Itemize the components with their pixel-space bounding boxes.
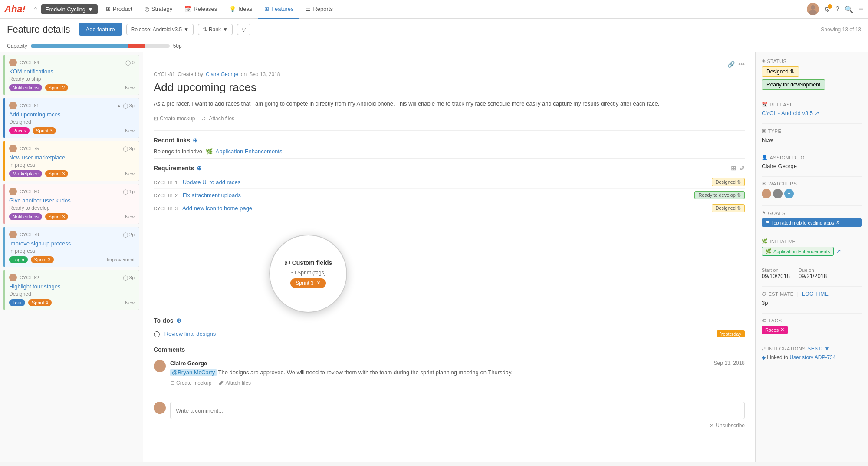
card-status: Designed [9, 119, 135, 125]
req-expand-icon[interactable]: ⤢ [740, 165, 745, 172]
card-sprint-tag[interactable]: Sprint 3 [45, 213, 69, 220]
card-title[interactable]: Add upcoming races [9, 111, 135, 118]
card-title[interactable]: Improve sign-up process [9, 240, 135, 247]
remove-goal-icon[interactable]: ✕ [836, 220, 840, 225]
nav-item-features[interactable]: ⊞ Features [258, 0, 299, 19]
req-grid-icon[interactable]: ⊞ [731, 165, 736, 172]
card-title[interactable]: Highlight tour stages [9, 283, 135, 290]
add-icon[interactable]: + [858, 4, 864, 14]
req-status-2[interactable]: Ready to develop ⇅ [694, 191, 745, 199]
search-icon[interactable]: 🔍 [845, 5, 853, 13]
req-status-3[interactable]: Designed ⇅ [712, 204, 745, 212]
feature-card-cycl-79[interactable]: CYCL-79 ◯ 2p Improve sign-up process In … [3, 227, 139, 267]
card-sprint-tag[interactable]: Sprint 3 [33, 127, 56, 134]
mention[interactable]: @Bryan McCarty [170, 369, 217, 376]
card-tag[interactable]: Notifications [9, 213, 42, 220]
card-footer: Notifications Sprint 3 New [9, 213, 135, 220]
req-title-1[interactable]: Update UI to add races [183, 179, 241, 185]
attach-files-button[interactable]: 🖇 Attach files [202, 116, 234, 122]
req-title-3[interactable]: Add new icon to home page [182, 205, 252, 212]
start-value[interactable]: 09/10/2018 [762, 273, 790, 279]
add-record-link-icon[interactable]: ⊕ [193, 137, 198, 144]
integrations-label: ⇄ Integrations Send ▼ [762, 346, 862, 352]
help-icon[interactable]: ? [835, 5, 839, 13]
card-title[interactable]: New user marketplace [9, 154, 135, 161]
comment-attach-files[interactable]: 🖇 Attach files [218, 380, 251, 386]
feature-card-cycl-81[interactable]: CYCL-81 ▲ ◯ 3p Add upcoming races Design… [3, 98, 139, 138]
card-tag[interactable]: Races [9, 127, 30, 134]
card-tag[interactable]: Notifications [9, 84, 42, 91]
divider-9 [762, 313, 862, 314]
comment-input[interactable] [170, 402, 745, 419]
chevron-down-icon2: ▼ [223, 26, 228, 33]
add-requirement-icon[interactable]: ⊕ [197, 165, 202, 172]
card-id: CYCL-80 [20, 189, 39, 194]
nav-item-product[interactable]: ⊞ Product [100, 0, 138, 19]
initiative-external-icon[interactable]: ↗ [836, 248, 841, 254]
card-sprint-tag[interactable]: Sprint 3 [31, 256, 54, 263]
svg-point-15 [156, 367, 164, 372]
feature-card-cycl-82[interactable]: CYCL-82 ◯ 3p Highlight tour stages Desig… [3, 270, 139, 310]
release-link[interactable]: CYCL - Android v3.5 ↗ [762, 110, 862, 116]
due-label: Due on [799, 268, 827, 273]
comment-create-mockup[interactable]: ⊡ Create mockup [170, 380, 211, 386]
record-links-label: Record links [154, 137, 190, 144]
nav-item-ideas[interactable]: 💡 Ideas [223, 0, 258, 19]
add-todo-icon[interactable]: ⊕ [176, 317, 181, 324]
send-link[interactable]: Send ▼ [807, 346, 830, 352]
status-designed-button[interactable]: Designed ⇅ [762, 66, 799, 77]
todo-title-1[interactable]: Review final designs [164, 330, 216, 337]
req-title-2[interactable]: Fix attachment uploads [183, 192, 241, 198]
sort-icon: ⇅ [203, 26, 207, 33]
more-icon[interactable]: ••• [738, 61, 745, 68]
card-sprint-tag[interactable]: Sprint 4 [28, 299, 52, 306]
comment-text: @Bryan McCarty The designs are approved.… [170, 368, 745, 377]
card-tag[interactable]: Marketplace [9, 170, 42, 177]
integration-link[interactable]: User story ADP-734 [789, 354, 835, 360]
svg-point-4 [11, 102, 15, 106]
initiative-icon: 🌿 [762, 238, 768, 244]
unsubscribe-button[interactable]: ✕ Unsubscribe [710, 423, 745, 429]
todo-checkbox[interactable]: ◯ [154, 330, 160, 337]
initiative-tag[interactable]: 🌿 Application Enhancements [762, 247, 834, 256]
nav-item-reports[interactable]: ☰ Reports [299, 0, 339, 19]
rank-filter[interactable]: ⇅ Rank ▼ [198, 24, 233, 35]
link-icon[interactable]: 🔗 [727, 61, 735, 68]
workspace-dropdown[interactable]: Fredwin Cycling ▼ [41, 4, 98, 14]
card-tags: Tour Sprint 4 [9, 299, 53, 306]
user-avatar[interactable] [807, 3, 819, 15]
card-title[interactable]: KOM notifications [9, 68, 135, 75]
card-title[interactable]: Give another user kudos [9, 197, 135, 204]
feature-card-cycl-84[interactable]: CYCL-84 ◯ 0 KOM notifications Ready to s… [3, 55, 139, 95]
settings-icon[interactable]: ⚙ [824, 5, 830, 13]
create-mockup-button[interactable]: ⊡ Create mockup [154, 116, 195, 122]
nav-item-releases[interactable]: 📅 Releases [178, 0, 223, 19]
release-filter[interactable]: Release: Android v3.5 ▼ [126, 24, 194, 35]
goal-tag[interactable]: ⚑ Top rated mobile cycling apps ✕ [762, 218, 862, 227]
req-status-1[interactable]: Designed ⇅ [712, 178, 745, 186]
log-time-link[interactable]: Log time [802, 291, 829, 297]
initiative-link[interactable]: Application Enhancements [216, 148, 283, 155]
card-status: Ready to develop [9, 205, 135, 211]
divider-8 [762, 286, 862, 287]
nav-item-strategy[interactable]: ◎ Strategy [138, 0, 178, 19]
due-value[interactable]: 09/21/2018 [799, 273, 827, 279]
card-tag[interactable]: Login [9, 256, 28, 263]
card-tag[interactable]: Tour [9, 299, 25, 306]
status-ready-button[interactable]: Ready for development [762, 79, 825, 90]
card-sprint-tag[interactable]: Sprint 2 [45, 84, 69, 91]
filter-button[interactable]: ▽ [237, 24, 250, 35]
remove-sprint-icon[interactable]: ✕ [316, 280, 321, 286]
sidebar-release: 📅 Release CYCL - Android v3.5 ↗ [762, 102, 862, 116]
feature-card-cycl-80[interactable]: CYCL-80 ◯ 1p Give another user kudos Rea… [3, 184, 139, 224]
card-sprint-tag[interactable]: Sprint 3 [45, 170, 69, 177]
sprint-tag[interactable]: Sprint 3 ✕ [290, 278, 326, 288]
remove-tag-icon[interactable]: ✕ [780, 327, 784, 333]
watcher-avatar-3[interactable]: + [784, 189, 794, 198]
detail-created-by[interactable]: Claire George [206, 71, 238, 77]
home-icon[interactable]: ⌂ [30, 5, 41, 13]
feature-card-cycl-75[interactable]: CYCL-75 ◯ 8p New user marketplace In pro… [3, 141, 139, 181]
add-feature-button[interactable]: Add feature [79, 23, 122, 36]
tag-races[interactable]: Races ✕ [762, 326, 788, 334]
watcher-avatar-1 [762, 189, 771, 198]
